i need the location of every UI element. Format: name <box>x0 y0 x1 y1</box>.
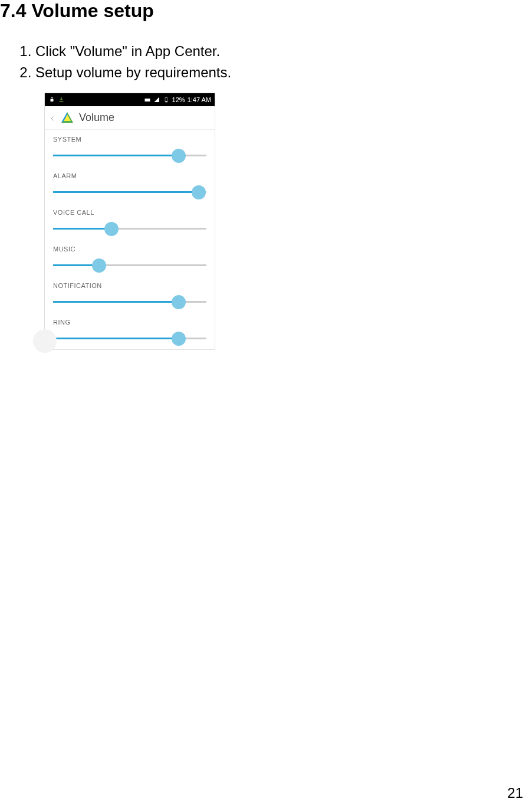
clock: 1:47 AM <box>188 96 211 103</box>
slider-thumb[interactable] <box>172 149 186 163</box>
slider-track[interactable] <box>53 256 206 274</box>
status-right: 12% 1:47 AM <box>144 96 211 103</box>
step-item: Click "Volume" in App Center. <box>35 41 529 62</box>
volume-slider-group: RING <box>45 313 215 349</box>
slider-label: VOICE CALL <box>53 209 206 216</box>
slider-label: ALARM <box>53 172 206 179</box>
steps-list: Click "Volume" in App Center. Setup volu… <box>0 41 529 83</box>
status-left <box>48 96 65 103</box>
slider-fill <box>53 338 179 339</box>
floating-circle <box>33 329 57 353</box>
slider-fill <box>53 191 199 193</box>
app-header: Volume <box>45 106 215 130</box>
back-icon[interactable] <box>50 113 55 123</box>
section-heading: 7.4 Volume setup <box>0 0 529 41</box>
slider-thumb[interactable] <box>192 185 206 199</box>
svg-rect-4 <box>165 101 167 102</box>
svg-rect-0 <box>51 99 54 102</box>
slider-track[interactable] <box>53 329 206 347</box>
download-icon <box>58 96 65 103</box>
volume-slider-group: NOTIFICATION <box>45 276 215 313</box>
svg-rect-3 <box>166 97 167 97</box>
sliders-container: SYSTEMALARMVOICE CALLMUSICNOTIFICATIONRI… <box>45 130 215 349</box>
volume-slider-group: ALARM <box>45 166 215 203</box>
slider-fill <box>53 228 111 230</box>
slider-track[interactable] <box>53 293 206 310</box>
slider-thumb[interactable] <box>92 258 106 273</box>
slider-thumb[interactable] <box>104 222 119 236</box>
slider-label: MUSIC <box>53 245 206 253</box>
volume-slider-group: SYSTEM <box>45 130 215 166</box>
volume-app-icon <box>60 111 74 125</box>
slider-track[interactable] <box>53 220 206 237</box>
slider-thumb[interactable] <box>172 295 186 309</box>
slider-track[interactable] <box>53 146 206 164</box>
volume-slider-group: VOICE CALL <box>45 203 215 240</box>
slider-fill <box>53 301 179 303</box>
screenshot: 12% 1:47 AM Volume SYSTEMALARMVOICE CALL… <box>44 93 215 350</box>
signal-icon <box>153 96 160 103</box>
svg-rect-1 <box>144 99 150 102</box>
slider-fill <box>53 155 179 156</box>
status-bar: 12% 1:47 AM <box>45 93 215 106</box>
volume-slider-group: MUSIC <box>45 240 215 276</box>
lock-icon <box>48 96 55 103</box>
step-item: Setup volume by requirements. <box>35 62 529 83</box>
slider-thumb[interactable] <box>172 332 186 346</box>
slider-label: RING <box>53 319 206 326</box>
page-number: 21 <box>507 785 523 801</box>
battery-percent: 12% <box>172 96 185 103</box>
slider-label: SYSTEM <box>53 136 206 143</box>
slider-track[interactable] <box>53 183 206 201</box>
keyboard-icon <box>144 96 151 103</box>
battery-icon <box>163 96 170 103</box>
slider-label: NOTIFICATION <box>53 282 206 289</box>
app-title: Volume <box>79 112 114 124</box>
